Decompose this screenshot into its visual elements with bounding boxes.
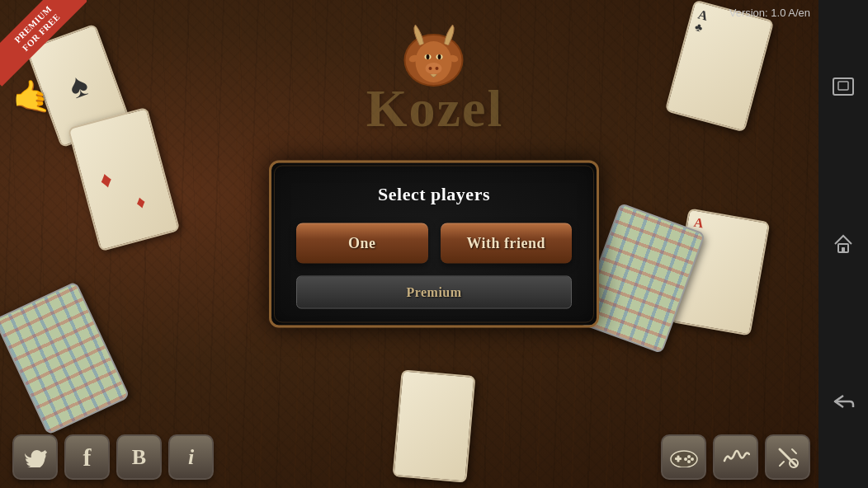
version-text: Version: 1.0 A/en	[729, 7, 810, 19]
premium-badge-label: PREMIUMFOR FREE	[0, 0, 87, 87]
window-button[interactable]	[826, 69, 861, 104]
right-bottom-toolbar	[661, 434, 810, 480]
twitter-button[interactable]	[12, 434, 58, 480]
svg-point-23	[684, 458, 687, 461]
blog-button[interactable]: B	[116, 434, 162, 480]
select-players-dialog: Select players One With friend Premium	[269, 161, 599, 328]
dialog-buttons: One With friend	[296, 223, 572, 264]
svg-rect-12	[833, 78, 853, 95]
info-button[interactable]: i	[168, 434, 214, 480]
one-player-button[interactable]: One	[296, 223, 428, 264]
svg-point-8	[429, 67, 432, 70]
premium-badge[interactable]: PREMIUMFOR FREE	[0, 0, 87, 87]
svg-point-9	[436, 67, 439, 70]
svg-rect-15	[842, 247, 845, 252]
goat-logo	[399, 21, 469, 94]
svg-point-5	[427, 54, 430, 59]
svg-line-25	[792, 449, 796, 453]
facebook-button[interactable]: f	[64, 434, 110, 480]
gamepad-button[interactable]	[661, 434, 706, 480]
diamond-symbol-2: ♦	[134, 191, 149, 214]
info-icon: i	[188, 445, 194, 470]
with-friend-button[interactable]: With friend	[441, 223, 573, 264]
svg-point-7	[426, 63, 442, 74]
tools-button[interactable]	[765, 434, 810, 480]
diamond-symbol-1: ♦	[97, 166, 116, 195]
svg-point-6	[438, 54, 441, 59]
back-button[interactable]	[826, 384, 861, 419]
svg-rect-13	[838, 82, 848, 90]
svg-line-27	[780, 462, 784, 466]
premium-button[interactable]: Premium	[296, 276, 572, 309]
svg-point-21	[691, 458, 694, 461]
svg-rect-19	[677, 455, 679, 462]
svg-point-22	[687, 460, 691, 463]
home-button[interactable]	[826, 227, 861, 261]
dialog-title: Select players	[296, 184, 572, 205]
facebook-icon: f	[83, 443, 92, 472]
blog-icon: B	[132, 445, 146, 470]
sidebar	[818, 0, 868, 488]
svg-point-20	[687, 455, 691, 458]
wave-button[interactable]	[713, 434, 758, 480]
